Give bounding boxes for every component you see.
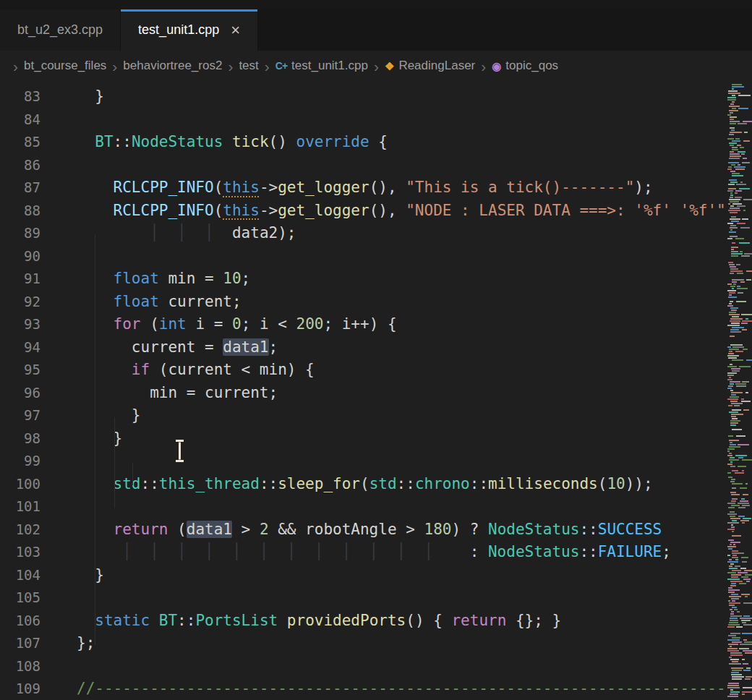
minimap-line — [727, 138, 734, 140]
minimap-line — [731, 216, 736, 218]
minimap-line — [741, 620, 751, 621]
minimap-line — [738, 516, 745, 517]
code-line[interactable]: 87 RCLCPP_INFO(this->get_logger(), "This… — [0, 176, 727, 200]
breadcrumb-label: ReadingLaser — [398, 59, 475, 73]
minimap-line — [730, 457, 735, 458]
code-token: "This is a tick()-------" — [406, 179, 634, 196]
minimap-line — [742, 633, 752, 634]
code-token: current = — [77, 338, 223, 356]
code-line[interactable]: 83 } — [0, 85, 727, 108]
minimap-line — [730, 693, 738, 695]
breadcrumb-item-readinglaser[interactable]: ❖ReadingLaser — [385, 59, 475, 73]
minimap-line — [744, 132, 748, 133]
code-line[interactable]: 104 } — [0, 564, 727, 587]
line-number: 88 — [0, 200, 40, 223]
breadcrumb-item-topic-qos[interactable]: ◉topic_qos — [492, 59, 558, 73]
line-number: 109 — [0, 678, 40, 700]
close-icon[interactable]: × — [231, 22, 240, 38]
code-line[interactable]: 98 } — [0, 427, 727, 451]
code-line[interactable]: 89 │ │ │ data2); — [0, 222, 727, 245]
line-number: 103 — [0, 541, 40, 564]
minimap-line — [728, 203, 730, 205]
code-line[interactable]: 84 — [0, 108, 727, 132]
minimap[interactable] — [727, 82, 752, 700]
minimap-line — [737, 205, 745, 207]
minimap-line — [727, 685, 739, 686]
minimap-line — [730, 609, 732, 610]
code-line[interactable]: 105 — [0, 586, 727, 610]
indent-guide — [95, 235, 95, 645]
editor-pane[interactable]: 83 }8485 BT::NodeStatus tick() override … — [0, 81, 752, 700]
minimap-line — [730, 195, 733, 196]
minimap-line — [731, 129, 735, 131]
code-line[interactable]: 102 return (data1 > 2 && robotAngle > 18… — [0, 518, 727, 542]
minimap-line — [732, 108, 736, 109]
breadcrumb-item-test[interactable]: test — [239, 59, 258, 73]
code-token — [77, 361, 132, 378]
code-line[interactable]: 91 float min = 10; — [0, 268, 727, 291]
minimap-line — [731, 667, 743, 669]
code-line[interactable]: 88 RCLCPP_INFO(this->get_logger(), "NODE… — [0, 200, 727, 223]
breadcrumb-item-bt-course-files[interactable]: bt_course_files — [24, 59, 106, 73]
code-token: chrono — [415, 475, 470, 492]
code-token: 10 — [223, 270, 241, 287]
code-line[interactable]: 108 — [0, 655, 727, 678]
code-line[interactable]: 86 — [0, 154, 727, 177]
minimap-line — [732, 359, 743, 361]
minimap-line — [727, 388, 732, 389]
code-line[interactable]: 85 BT::NodeStatus tick() override { — [0, 131, 727, 154]
code-line[interactable]: 90 — [0, 245, 727, 268]
code-line[interactable]: 93 for (int i = 0; i < 200; i++) { — [0, 313, 727, 336]
minimap-line — [732, 173, 740, 174]
minimap-line — [731, 416, 736, 417]
code-token — [77, 133, 95, 150]
minimap-line — [732, 531, 734, 532]
minimap-line — [739, 242, 750, 244]
code-line[interactable]: 96 min = current; — [0, 382, 727, 405]
code-line[interactable]: 97 } — [0, 404, 727, 427]
minimap-line — [739, 583, 746, 584]
code-line[interactable]: 101 — [0, 495, 727, 518]
minimap-line — [743, 670, 751, 671]
code-token: :: — [260, 475, 278, 492]
code-line[interactable]: 99 — [0, 450, 727, 473]
minimap-line — [729, 110, 738, 111]
code-line[interactable]: 100 std::this_thread::sleep_for(std::chr… — [0, 473, 727, 496]
minimap-line — [731, 574, 741, 576]
line-number: 89 — [0, 222, 40, 245]
minimap-line — [730, 511, 735, 513]
minimap-line — [727, 472, 731, 474]
minimap-line — [732, 483, 743, 485]
minimap-line — [732, 678, 742, 680]
minimap-line — [735, 559, 738, 560]
tab-test-unit1-cpp[interactable]: test_unit1.cpp × — [121, 9, 258, 51]
code-token: │ │ │ │ │ │ │ │ │ │ │ │ — [122, 543, 451, 560]
code-token: SUCCESS — [598, 521, 662, 538]
minimap-line — [745, 596, 748, 597]
tab-bt-u2-ex3-cpp[interactable]: bt_u2_ex3.cpp — [0, 9, 121, 51]
code-line[interactable]: 94 current = data1; — [0, 336, 727, 359]
minimap-line — [727, 529, 735, 530]
code-line[interactable]: 103 │ │ │ │ │ │ │ │ │ │ │ │ : NodeStatus… — [0, 541, 727, 564]
minimap-line — [735, 565, 740, 567]
minimap-line — [731, 392, 743, 393]
minimap-line — [729, 158, 740, 159]
minimap-line — [727, 639, 740, 641]
minimap-line — [742, 505, 750, 506]
code-line[interactable]: 95 if (current < min) { — [0, 359, 727, 382]
code-line[interactable]: 92 float current; — [0, 291, 727, 314]
minimap-line — [728, 385, 733, 387]
code-line[interactable]: 106 static BT::PortsList providedPorts()… — [0, 610, 727, 633]
breadcrumb-item-test-unit1-cpp[interactable]: C+test_unit1.cpp — [275, 59, 368, 73]
minimap-line — [732, 570, 741, 571]
minimap-line — [732, 370, 740, 372]
code-line[interactable]: 109//-----------------------------------… — [0, 678, 727, 700]
minimap-line — [730, 461, 732, 463]
code-line-text: } — [77, 406, 141, 424]
code-line[interactable]: 107}; — [0, 632, 727, 655]
breadcrumb-item-behaviortree-ros2[interactable]: behaviortree_ros2 — [123, 59, 222, 73]
code-area[interactable]: 83 }8485 BT::NodeStatus tick() override … — [0, 81, 727, 700]
code-line-text: RCLCPP_INFO(this->get_logger(), "NODE : … — [77, 202, 726, 219]
code-token: :: — [177, 612, 195, 629]
line-number: 86 — [0, 154, 40, 177]
